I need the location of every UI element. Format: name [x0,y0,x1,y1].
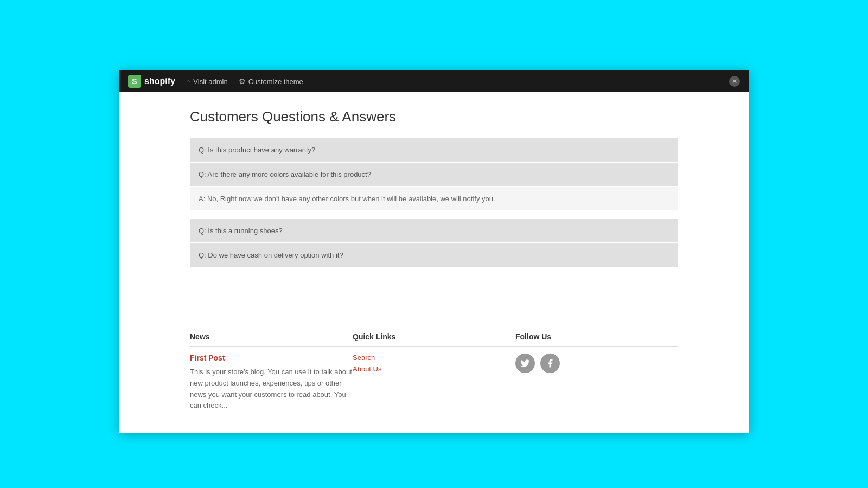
twitter-icon[interactable] [515,354,535,373]
footer: News First Post This is your store's blo… [119,316,749,433]
footer-aboutus-link[interactable]: About Us [353,365,515,373]
customize-theme-label: Customize theme [248,78,303,86]
faq-answer-2: A: No, Right now we don't have any other… [190,187,678,210]
footer-news-col: News First Post This is your store's blo… [190,332,353,412]
footer-followus-heading: Follow Us [515,332,678,347]
footer-quicklinks-heading: Quick Links [353,332,515,347]
shopify-bag-icon: S [128,75,141,88]
visit-admin-link[interactable]: ⌂ Visit admin [186,77,228,86]
faq-container: Q: Is this product have any warranty? Q:… [190,138,678,267]
customize-theme-link[interactable]: ⚙ Customize theme [239,77,303,86]
close-button[interactable]: ✕ [729,76,740,87]
page-title: Customers Questions & Answers [190,108,678,125]
faq-question-4[interactable]: Q: Do we have cash on delivery option wi… [190,243,678,267]
faq-question-2[interactable]: Q: Are there any more colors available f… [190,163,678,186]
footer-quicklinks-col: Quick Links Search About Us [353,332,515,412]
faq-question-3[interactable]: Q: Is this a running shoes? [190,219,678,242]
social-icons-container [515,354,678,373]
footer-news-post-title[interactable]: First Post [190,354,353,362]
footer-news-post-description: This is your store's blog. You can use i… [190,367,353,412]
footer-search-link[interactable]: Search [353,354,515,362]
shopify-logo-text: shopify [144,76,175,86]
home-icon: ⌂ [186,77,190,86]
shopify-logo: S shopify [128,75,175,88]
facebook-icon[interactable] [540,354,560,373]
faq-question-1[interactable]: Q: Is this product have any warranty? [190,138,678,162]
browser-window: S shopify ⌂ Visit admin ⚙ Customize them… [119,70,749,433]
visit-admin-label: Visit admin [193,78,227,86]
gear-icon: ⚙ [239,77,246,86]
footer-followus-col: Follow Us [515,332,678,412]
admin-bar-left: S shopify ⌂ Visit admin ⚙ Customize them… [128,75,303,88]
footer-news-heading: News [190,332,353,347]
main-content: Customers Questions & Answers Q: Is this… [119,92,749,316]
admin-bar: S shopify ⌂ Visit admin ⚙ Customize them… [119,70,749,92]
